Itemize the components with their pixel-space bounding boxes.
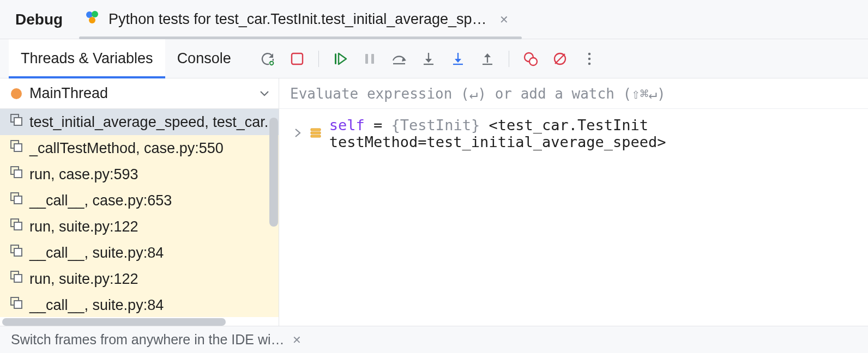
evaluate-placeholder: Evaluate expression (↵) or add a watch (… [290, 86, 666, 102]
more-actions-button[interactable] [577, 47, 601, 71]
debugger-toolbar: Threads & Variables Console [0, 39, 868, 78]
stack-frame[interactable]: run, case.py:593 [0, 161, 279, 187]
svg-rect-39 [311, 129, 321, 131]
tab-threads-variables[interactable]: Threads & Variables [9, 39, 165, 78]
tab-label: Threads & Variables [21, 50, 153, 67]
thread-selector[interactable]: MainThread [0, 78, 279, 109]
stack-frame[interactable]: test_initial_average_speed, test_car. [0, 109, 279, 135]
step-into-my-code-button[interactable] [446, 47, 470, 71]
close-icon[interactable]: ✕ [499, 13, 509, 26]
frame-label: __call__, suite.py:84 [29, 245, 164, 261]
tool-window-title: Debug [9, 11, 63, 28]
close-icon[interactable]: ✕ [292, 333, 302, 346]
svg-rect-30 [14, 196, 22, 204]
svg-rect-38 [14, 301, 22, 308]
stack-frame[interactable]: __call__, suite.py:84 [0, 292, 279, 317]
svg-rect-7 [371, 54, 374, 64]
svg-rect-26 [14, 144, 22, 151]
stack-frame[interactable]: run, suite.py:122 [0, 266, 279, 292]
debugger-view-tabs: Threads & Variables Console [9, 39, 243, 78]
separator [318, 51, 319, 67]
variable-type: {TestInit} [391, 117, 480, 133]
thread-name: MainThread [29, 85, 108, 102]
step-into-button[interactable] [417, 47, 441, 71]
svg-rect-4 [292, 53, 303, 64]
frame-icon [10, 296, 24, 314]
frame-label: test_initial_average_speed, test_car. [29, 114, 268, 131]
svg-point-1 [92, 11, 98, 17]
frame-icon [10, 244, 24, 262]
frame-icon [10, 270, 24, 288]
debug-panel-header: Debug Python tests for test_car.TestInit… [0, 0, 868, 39]
tip-text: Switch frames from anywhere in the IDE w… [11, 332, 285, 348]
debugger-body: MainThread test_initial_average_speed, t… [0, 78, 868, 326]
svg-point-21 [588, 57, 590, 60]
frame-label: run, suite.py:122 [29, 271, 138, 288]
variables-pane: Evaluate expression (↵) or add a watch (… [279, 78, 868, 326]
tab-label: Console [177, 50, 231, 67]
svg-rect-36 [14, 275, 22, 282]
variable-row[interactable]: self = {TestInit} <test_car.TestInit tes… [279, 109, 868, 158]
resume-button[interactable] [328, 47, 352, 71]
vertical-scrollbar[interactable] [269, 118, 278, 227]
variable-name: self [329, 117, 365, 133]
chevron-right-icon[interactable] [293, 128, 302, 139]
svg-rect-41 [311, 135, 321, 137]
view-breakpoints-button[interactable] [519, 47, 542, 71]
svg-rect-6 [365, 54, 368, 64]
mute-breakpoints-button[interactable] [548, 47, 572, 71]
frames-pane: MainThread test_initial_average_speed, t… [0, 78, 279, 326]
evaluate-expression-input[interactable]: Evaluate expression (↵) or add a watch (… [279, 78, 868, 109]
python-tests-icon [85, 9, 101, 29]
thread-status-icon [11, 88, 22, 99]
frame-label: run, suite.py:122 [29, 218, 138, 235]
horizontal-scrollbar[interactable] [2, 318, 226, 326]
svg-rect-24 [14, 118, 22, 125]
rerun-button[interactable] [256, 47, 280, 71]
frame-icon [10, 139, 24, 157]
svg-rect-5 [335, 53, 336, 64]
tab-console[interactable]: Console [165, 39, 243, 78]
frame-label: run, case.py:593 [29, 166, 138, 183]
stack-frame[interactable]: __call__, suite.py:84 [0, 240, 279, 266]
tip-bar: Switch frames from anywhere in the IDE w… [0, 326, 868, 353]
svg-rect-32 [14, 222, 22, 230]
frames-list[interactable]: test_initial_average_speed, test_car._ca… [0, 109, 279, 317]
svg-rect-34 [14, 248, 22, 256]
frame-icon [10, 218, 24, 236]
field-icon [310, 125, 322, 142]
stack-frame[interactable]: run, suite.py:122 [0, 214, 279, 240]
frame-icon [10, 166, 24, 184]
stop-button[interactable] [285, 47, 309, 71]
frame-icon [10, 192, 24, 210]
frame-label: __call__, suite.py:84 [29, 297, 164, 314]
svg-rect-28 [14, 170, 22, 178]
step-out-button[interactable] [475, 47, 499, 71]
pause-button[interactable] [358, 47, 382, 71]
run-config-tab-label: Python tests for test_car.TestInit.test_… [108, 11, 486, 28]
svg-point-22 [588, 62, 590, 65]
stack-frame[interactable]: _callTestMethod, case.py:550 [0, 135, 279, 161]
svg-rect-40 [311, 132, 321, 134]
frame-label: _callTestMethod, case.py:550 [29, 140, 224, 157]
separator [509, 51, 509, 67]
frame-label: __call__, case.py:653 [29, 192, 172, 209]
stack-frame[interactable]: __call__, case.py:653 [0, 187, 279, 214]
step-over-button[interactable] [387, 47, 411, 71]
chevron-down-icon [260, 88, 269, 99]
svg-point-20 [588, 52, 590, 55]
svg-point-2 [89, 17, 95, 23]
frame-icon [10, 113, 24, 131]
run-config-tab[interactable]: Python tests for test_car.TestInit.test_… [85, 0, 509, 39]
